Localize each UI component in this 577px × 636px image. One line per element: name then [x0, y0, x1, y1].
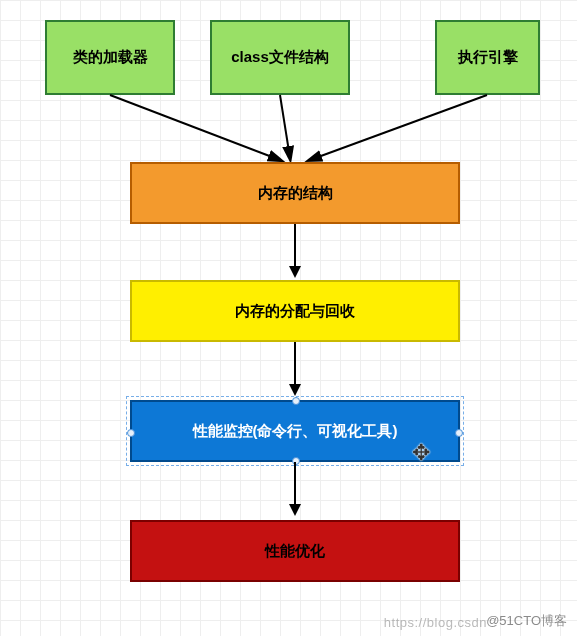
arrow-down-icon [289, 384, 301, 396]
node-execution-engine[interactable]: 执行引擎 [435, 20, 540, 95]
node-label: 性能优化 [265, 542, 325, 561]
watermark-text: @51CTO博客 [486, 612, 567, 630]
edge [294, 462, 296, 506]
node-label: 类的加载器 [73, 48, 148, 67]
node-memory-structure[interactable]: 内存的结构 [130, 162, 460, 224]
node-class-loader[interactable]: 类的加载器 [45, 20, 175, 95]
node-label: 性能监控(命令行、可视化工具) [193, 422, 398, 441]
arrow-down-icon [289, 504, 301, 516]
resize-handle-icon[interactable] [455, 429, 463, 437]
node-label: class文件结构 [231, 48, 329, 67]
svg-line-2 [310, 95, 487, 160]
diagram-canvas[interactable]: 类的加载器 class文件结构 执行引擎 内存的结构 内存的分配与回收 性能监控… [0, 0, 577, 636]
svg-line-0 [110, 95, 280, 160]
node-label: 内存的分配与回收 [235, 302, 355, 321]
edge [294, 224, 296, 268]
node-performance-monitor[interactable]: 性能监控(命令行、可视化工具) [130, 400, 460, 462]
node-class-file-structure[interactable]: class文件结构 [210, 20, 350, 95]
node-performance-optimize[interactable]: 性能优化 [130, 520, 460, 582]
resize-handle-icon[interactable] [292, 397, 300, 405]
watermark-text: https://blog.csdn [384, 615, 487, 630]
node-label: 执行引擎 [458, 48, 518, 67]
arrow-down-icon [289, 266, 301, 278]
svg-line-1 [280, 95, 290, 158]
node-memory-alloc-recycle[interactable]: 内存的分配与回收 [130, 280, 460, 342]
edge [294, 342, 296, 386]
resize-handle-icon[interactable] [127, 429, 135, 437]
node-label: 内存的结构 [258, 184, 333, 203]
